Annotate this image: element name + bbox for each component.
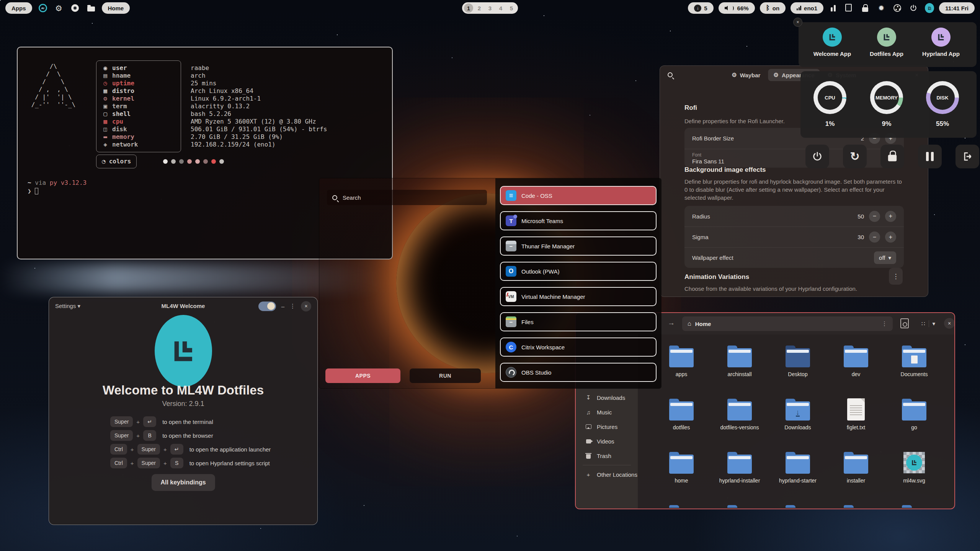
file-item[interactable]: dotfiles	[652, 396, 710, 449]
all-keybindings-button[interactable]: All keybindings	[151, 474, 215, 491]
shutdown-button[interactable]	[805, 145, 829, 168]
file-item-partial[interactable]	[710, 502, 769, 508]
system-stats-icon[interactable]	[828, 3, 838, 13]
settings-menu-button[interactable]: Settings ▾	[55, 303, 80, 310]
wallpaper-effect-dropdown[interactable]: off▾	[874, 251, 896, 264]
tab-waybar[interactable]: ⚙Waybar	[726, 69, 766, 81]
path-menu-button[interactable]: ⋮	[882, 320, 887, 327]
workspace-2[interactable]: 2	[475, 3, 484, 13]
sigma-value: 30	[858, 234, 864, 240]
file-item[interactable]: go	[885, 396, 943, 449]
animation-menu-button[interactable]: ⋮	[889, 268, 903, 285]
lock-button[interactable]	[880, 145, 904, 168]
ml4w-menu-icon[interactable]	[925, 3, 934, 13]
logout-button[interactable]	[956, 145, 979, 168]
path-bar[interactable]: ⌂ Home ⋮	[682, 316, 893, 331]
quickpanel-close-icon[interactable]: ×	[793, 18, 802, 27]
search-icon[interactable]	[668, 72, 673, 77]
clipboard-icon[interactable]	[844, 3, 854, 13]
search-input[interactable]	[342, 194, 482, 201]
shell-input-line[interactable]: ❯	[28, 187, 38, 195]
file-item[interactable]: Documents	[885, 343, 943, 396]
file-item-partial[interactable]	[652, 502, 710, 508]
apps-tab[interactable]: APPS	[325, 368, 400, 383]
app-row-files[interactable]: −Files	[500, 312, 657, 331]
view-toggle-button[interactable]: ∷ ▾	[918, 318, 939, 330]
theme-toggle[interactable]	[258, 302, 276, 311]
workspace-1[interactable]: 1	[464, 3, 473, 13]
ml4w-welcome-window[interactable]: ML4W Welcome Settings ▾ – ⋮ × Welcome to…	[49, 297, 318, 525]
file-item[interactable]: hyprland-starter	[769, 449, 827, 502]
increase-button[interactable]: +	[885, 211, 896, 222]
decrease-button[interactable]: −	[869, 211, 880, 222]
volume-indicator[interactable]: 66%	[719, 2, 755, 14]
app-row-obs-studio[interactable]: OBS Studio	[500, 363, 657, 382]
apps-menu-button[interactable]: Apps	[5, 2, 32, 14]
power-icon[interactable]	[909, 3, 918, 13]
file-item[interactable]: Desktop	[769, 343, 827, 396]
home-button[interactable]: Home	[102, 2, 130, 14]
obs-icon[interactable]	[893, 3, 902, 13]
file-item[interactable]: ↓Downloads	[769, 396, 827, 449]
downloads-folder-icon: ↓	[786, 401, 810, 421]
videos-icon	[586, 439, 591, 443]
restart-button[interactable]: ↻	[843, 145, 867, 168]
forward-button[interactable]: →	[668, 319, 675, 327]
workspace-3[interactable]: 3	[485, 3, 495, 13]
file-item[interactable]: home	[652, 449, 710, 502]
close-button[interactable]: ×	[301, 301, 311, 311]
updates-indicator[interactable]: ↓ 5	[688, 2, 713, 14]
file-item[interactable]: dotfiles-versions	[710, 396, 769, 449]
app-row-code-oss[interactable]: ≡Code - OSS	[500, 186, 657, 205]
app-launcher[interactable]: ≡Code - OSS TMicrosoft Teams −Thunar Fil…	[319, 178, 662, 389]
wallpaper-effect-row[interactable]: Wallpaper effect off▾	[684, 248, 904, 268]
app-row-citrix[interactable]: CCitrix Workspace	[500, 337, 657, 357]
documents-folder-icon	[902, 348, 926, 367]
sidebar-item-pictures[interactable]: Pictures	[576, 419, 638, 434]
file-item-partial[interactable]	[827, 502, 885, 508]
increase-button[interactable]: +	[885, 231, 896, 243]
app-row-microsoft-teams[interactable]: TMicrosoft Teams	[500, 211, 657, 230]
file-item[interactable]: dev	[827, 343, 885, 396]
close-button[interactable]: ×	[944, 318, 955, 329]
file-item-partial[interactable]	[769, 502, 827, 508]
radius-row[interactable]: Radius 50 − +	[684, 206, 904, 227]
folder-icon	[727, 348, 752, 367]
ml4w-updater-icon[interactable]: AI	[38, 3, 47, 13]
file-manager-icon[interactable]	[87, 3, 96, 13]
file-item[interactable]: archinstall	[710, 343, 769, 396]
hyprland-app-button[interactable]: Hyprland App	[914, 28, 968, 57]
workspace-4[interactable]: 4	[496, 3, 505, 13]
dotfiles-app-button[interactable]: Dotfiles App	[860, 28, 913, 57]
file-item[interactable]: ml4w.svg	[885, 449, 943, 502]
file-item[interactable]: installer	[827, 449, 885, 502]
file-item[interactable]: hyprland-installer	[710, 449, 769, 502]
run-tab[interactable]: RUN	[410, 368, 481, 383]
sidebar-item-downloads[interactable]: ↧Downloads	[576, 390, 638, 405]
clock[interactable]: 11:41 Fri	[939, 2, 975, 14]
menu-kebab-button[interactable]: ⋮	[290, 303, 296, 310]
network-indicator[interactable]: eno1	[791, 2, 823, 14]
sidebar-item-other-locations[interactable]: +Other Locations	[576, 467, 638, 482]
app-row-outlook[interactable]: OOutlook (PWA)	[500, 262, 657, 281]
welcome-app-button[interactable]: Welcome App	[805, 28, 859, 57]
settings-gear-icon[interactable]: ⚙	[54, 3, 64, 13]
sidebar-item-trash[interactable]: Trash	[576, 448, 638, 463]
suspend-button[interactable]	[918, 145, 942, 168]
minimize-button[interactable]: –	[281, 303, 284, 310]
sigma-row[interactable]: Sigma 30 − +	[684, 227, 904, 247]
chrome-browser-icon[interactable]	[70, 3, 80, 13]
hypr-effects-icon[interactable]: ✹	[877, 3, 886, 13]
lock-icon[interactable]	[861, 3, 870, 13]
search-in-folder-icon[interactable]	[900, 318, 909, 328]
file-item-partial[interactable]	[885, 502, 943, 508]
workspace-5[interactable]: 5	[507, 3, 516, 13]
sidebar-item-music[interactable]: ♫Music	[576, 405, 638, 419]
app-row-thunar[interactable]: −Thunar File Manager	[500, 236, 657, 256]
sidebar-item-videos[interactable]: Videos	[576, 434, 638, 448]
launcher-search[interactable]	[327, 190, 487, 205]
bluetooth-indicator[interactable]: ᛒ on	[760, 2, 786, 14]
file-item[interactable]: figlet.txt	[827, 396, 885, 449]
decrease-button[interactable]: −	[869, 231, 880, 243]
app-row-virtual-machine-manager[interactable]: VMVirtual Machine Manager	[500, 287, 657, 306]
